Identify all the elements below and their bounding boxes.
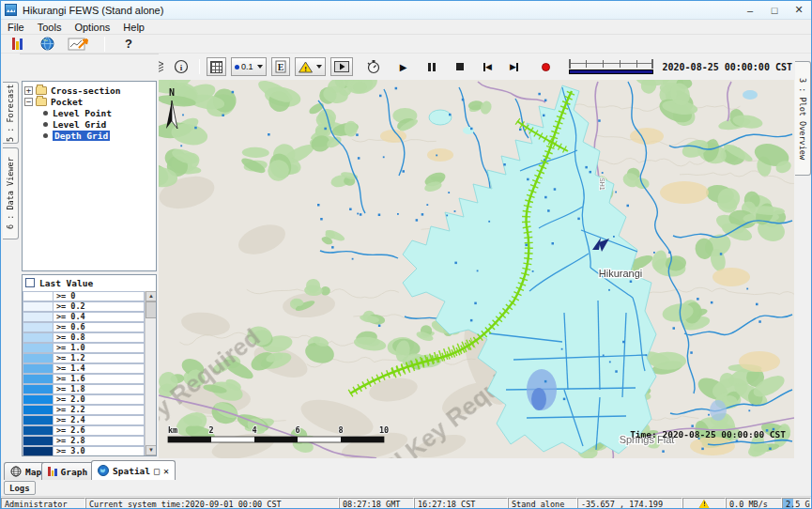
legend-class-label: >= 1.0 bbox=[53, 343, 145, 353]
collapse-icon[interactable]: − bbox=[24, 98, 33, 106]
legend-row[interactable]: >= 2.6 bbox=[23, 425, 145, 436]
status-bar: Administrator Current system time:2020-0… bbox=[1, 496, 811, 509]
tree-node-pocket[interactable]: − Pocket bbox=[23, 96, 156, 107]
interval-dropdown[interactable]: 0.1 bbox=[231, 57, 267, 76]
legend-color-swatch bbox=[23, 425, 53, 436]
legend-class-label: >= 0.4 bbox=[53, 312, 145, 322]
warnings-dropdown[interactable]: ! bbox=[295, 57, 326, 76]
play-button[interactable]: ▶ bbox=[392, 56, 415, 77]
legend-row[interactable]: >= 0.6 bbox=[23, 322, 145, 332]
chevron-down-icon bbox=[316, 65, 322, 69]
stop-button[interactable] bbox=[449, 56, 471, 77]
legend-row[interactable]: >= 1.0 bbox=[23, 343, 145, 353]
tab-data-viewer[interactable]: 6 : Data Viewer bbox=[3, 147, 19, 239]
legend-row[interactable]: >= 1.6 bbox=[23, 374, 145, 384]
legend-row[interactable]: >= 2.8 bbox=[23, 436, 145, 446]
tree-node-level-point[interactable]: Level Point bbox=[23, 107, 156, 118]
svg-text:2: 2 bbox=[208, 425, 213, 435]
menu-tools[interactable]: Tools bbox=[31, 22, 69, 33]
svg-text:10: 10 bbox=[379, 425, 389, 435]
tab-plot-overview[interactable]: 3 : Plot Overview bbox=[795, 61, 811, 176]
bottom-tab-bar: Map Graph Spatial □ ✕ bbox=[1, 458, 811, 480]
legend-button[interactable]: E bbox=[271, 57, 290, 76]
legend-color-swatch bbox=[23, 322, 53, 332]
status-gmt-time: 08:27:18 GMT bbox=[339, 498, 414, 509]
tab-maximize-icon[interactable]: □ bbox=[154, 466, 160, 476]
legend-title: Last Value bbox=[39, 278, 93, 288]
tab-spatial[interactable]: Spatial □ ✕ bbox=[91, 460, 176, 480]
legend-row[interactable]: >= 2.0 bbox=[23, 394, 145, 405]
tab-graph[interactable]: Graph bbox=[41, 462, 94, 480]
minimize-button[interactable]: – bbox=[738, 1, 762, 19]
legend-row[interactable]: >= 1.8 bbox=[23, 384, 145, 394]
label-hikurangi: Hikurangi bbox=[599, 268, 642, 279]
forecast-chart-icon[interactable] bbox=[66, 34, 92, 54]
globe-icon[interactable] bbox=[36, 34, 58, 54]
explorer-icon[interactable] bbox=[6, 34, 28, 54]
expand-icon[interactable]: + bbox=[24, 86, 33, 95]
selected-node-label: Depth Grid bbox=[53, 131, 110, 141]
pause-button[interactable] bbox=[421, 56, 443, 77]
legend-color-swatch bbox=[23, 332, 53, 343]
svg-text:6: 6 bbox=[295, 425, 299, 435]
legend-row[interactable]: >= 0.8 bbox=[23, 332, 145, 343]
legend-row[interactable]: >= 0.2 bbox=[23, 301, 145, 312]
record-button[interactable] bbox=[535, 56, 558, 77]
scroll-down-icon[interactable]: ▼ bbox=[146, 445, 157, 455]
menu-help[interactable]: Help bbox=[116, 22, 151, 33]
tree-node-level-grid[interactable]: Level Grid bbox=[23, 118, 156, 130]
skip-to-end-button[interactable]: ▶ bbox=[503, 56, 526, 77]
legend-color-swatch bbox=[23, 363, 53, 374]
status-user: Administrator bbox=[1, 498, 85, 509]
legend-color-swatch bbox=[23, 394, 53, 405]
tab-logs[interactable]: Logs bbox=[4, 481, 36, 495]
legend-row[interactable]: >= 3.0 bbox=[23, 446, 145, 456]
stopwatch-icon[interactable] bbox=[362, 56, 385, 77]
status-warning[interactable] bbox=[682, 498, 726, 509]
scroll-thumb[interactable] bbox=[146, 301, 157, 318]
legend-row[interactable]: >= 1.4 bbox=[23, 363, 145, 374]
legend-row[interactable]: >= 2.4 bbox=[23, 415, 145, 425]
legend-row[interactable]: >= 1.2 bbox=[23, 353, 145, 363]
legend-row[interactable]: >= 0.4 bbox=[23, 312, 145, 322]
time-slider[interactable] bbox=[569, 56, 653, 77]
tree-node-depth-grid[interactable]: Depth Grid bbox=[23, 130, 156, 141]
map-viewport[interactable]: API Key Required API Key Required bbox=[159, 80, 794, 458]
animate-button[interactable] bbox=[330, 57, 353, 76]
legend-class-label: >= 0.6 bbox=[53, 322, 145, 332]
main-toolbar: ? bbox=[1, 35, 811, 54]
status-mode: Stand alone bbox=[508, 498, 577, 509]
app-window: Hikurangi FEWS (Stand alone) – □ ✕ File … bbox=[0, 0, 812, 509]
last-value-checkbox[interactable] bbox=[25, 278, 35, 287]
legend-panel: Last Value >= 0>= 0.2>= 0.4>= 0.6>= 0.8>… bbox=[22, 274, 157, 456]
loaded-period-bar bbox=[569, 69, 653, 74]
help-icon[interactable]: ? bbox=[117, 34, 140, 54]
legend-color-swatch bbox=[23, 343, 53, 353]
legend-class-label: >= 0 bbox=[53, 291, 145, 301]
maximize-button[interactable]: □ bbox=[762, 1, 787, 19]
grid-toggle-button[interactable] bbox=[207, 57, 226, 76]
skip-to-start-button[interactable]: ◀ bbox=[477, 56, 499, 77]
status-coordinates: -35.657 , 174.199 bbox=[577, 498, 682, 509]
tab-forecast[interactable]: 5 : Forecast bbox=[3, 82, 19, 144]
menu-file[interactable]: File bbox=[1, 22, 31, 33]
status-local-time: 16:27:18 CST bbox=[414, 498, 508, 509]
legend-class-label: >= 1.2 bbox=[53, 353, 145, 363]
close-button[interactable]: ✕ bbox=[787, 1, 811, 19]
tab-close-icon[interactable]: ✕ bbox=[163, 466, 169, 476]
svg-text:!: ! bbox=[304, 64, 307, 72]
info-icon[interactable]: i bbox=[170, 56, 192, 77]
legend-row[interactable]: >= 0 bbox=[23, 291, 145, 301]
globe-icon bbox=[98, 465, 109, 476]
map-time-label: Time: 2020-08-25 00:00:00 CST bbox=[630, 429, 786, 440]
legend-scrollbar[interactable]: ▲ ▼ bbox=[145, 291, 156, 455]
menu-options[interactable]: Options bbox=[68, 22, 116, 33]
scroll-up-icon[interactable]: ▲ bbox=[146, 291, 157, 301]
legend-class-label: >= 1.6 bbox=[53, 374, 145, 384]
chevron-down-icon bbox=[257, 65, 263, 69]
legend-color-swatch bbox=[23, 446, 53, 456]
folder-icon bbox=[36, 98, 47, 106]
tree-node-cross-section[interactable]: + Cross-section bbox=[23, 85, 156, 96]
folder-icon bbox=[36, 86, 47, 95]
legend-row[interactable]: >= 2.2 bbox=[23, 405, 145, 415]
